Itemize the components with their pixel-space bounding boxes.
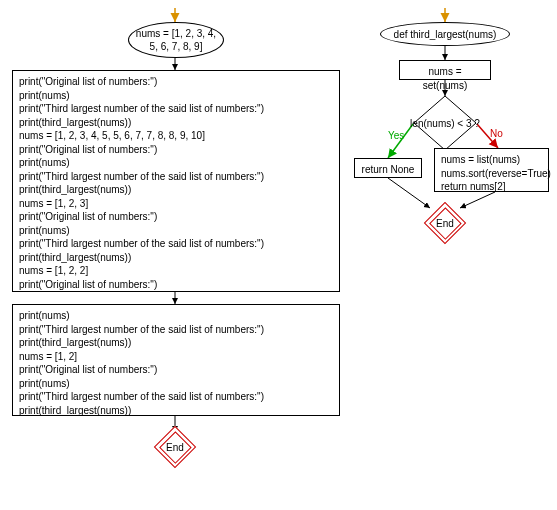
def-node: def third_largest(nums) bbox=[380, 22, 510, 46]
code-line: print("Third largest number of the said … bbox=[19, 390, 333, 404]
code-line: print("Original list of numbers:") bbox=[19, 363, 333, 377]
yes-label: Yes bbox=[388, 130, 404, 141]
code-line: print(nums) bbox=[19, 377, 333, 391]
code-line: print(third_largest(nums)) bbox=[19, 251, 333, 265]
code-line: nums = [1, 2, 2] bbox=[19, 264, 333, 278]
code-line: nums = [1, 2, 3, 4, 5, 5, 6, 7, 7, 8, 8,… bbox=[19, 129, 333, 143]
no-label: No bbox=[490, 128, 503, 139]
start-node-left-text: nums = [1, 2, 3, 4, 5, 6, 7, 8, 9] bbox=[131, 27, 221, 53]
code-line: nums = [1, 2] bbox=[19, 350, 333, 364]
end-node-left: End bbox=[160, 432, 190, 462]
set-node-text: nums = set(nums) bbox=[423, 66, 467, 91]
code-line: print("Third largest number of the said … bbox=[19, 237, 333, 251]
end-node-right: End bbox=[430, 208, 460, 238]
no-branch-node: nums = list(nums)nums.sort(reverse=True)… bbox=[434, 148, 549, 192]
start-node-left: nums = [1, 2, 3, 4, 5, 6, 7, 8, 9] bbox=[128, 22, 224, 58]
set-node: nums = set(nums) bbox=[399, 60, 491, 80]
code-line: print(nums) bbox=[19, 156, 333, 170]
code-block-1: print("Original list of numbers:")print(… bbox=[12, 70, 340, 292]
code-line: nums = list(nums) bbox=[441, 153, 542, 167]
code-line: print("Original list of numbers:") bbox=[19, 75, 333, 89]
code-line: print(nums) bbox=[19, 224, 333, 238]
code-line: print("Original list of numbers:") bbox=[19, 210, 333, 224]
code-line: print("Third largest number of the said … bbox=[19, 102, 333, 116]
code-line: print("Third largest number of the said … bbox=[19, 323, 333, 337]
end-label-right: End bbox=[436, 218, 454, 229]
code-line: print("Original list of numbers:") bbox=[19, 278, 333, 292]
code-block-2: print(nums)print("Third largest number o… bbox=[12, 304, 340, 416]
end-label-left: End bbox=[166, 442, 184, 453]
code-line: nums.sort(reverse=True) bbox=[441, 167, 542, 181]
yes-branch-node: return None bbox=[354, 158, 422, 178]
def-node-text: def third_largest(nums) bbox=[394, 28, 497, 41]
yes-branch-text: return None bbox=[362, 164, 415, 175]
code-line: return nums[2] bbox=[441, 180, 542, 194]
code-line: print(nums) bbox=[19, 89, 333, 103]
decision-text: len(nums) < 3 ? bbox=[410, 118, 480, 129]
code-line: print(third_largest(nums)) bbox=[19, 336, 333, 350]
code-line: print("Original list of numbers:") bbox=[19, 143, 333, 157]
code-line: print(third_largest(nums)) bbox=[19, 116, 333, 130]
code-line: print(nums) bbox=[19, 309, 333, 323]
code-line: nums = [1, 2, 3] bbox=[19, 197, 333, 211]
code-line: print("Third largest number of the said … bbox=[19, 170, 333, 184]
code-line: print(third_largest(nums)) bbox=[19, 404, 333, 418]
decision-node: len(nums) < 3 ? bbox=[414, 96, 476, 150]
code-line: print(third_largest(nums)) bbox=[19, 183, 333, 197]
